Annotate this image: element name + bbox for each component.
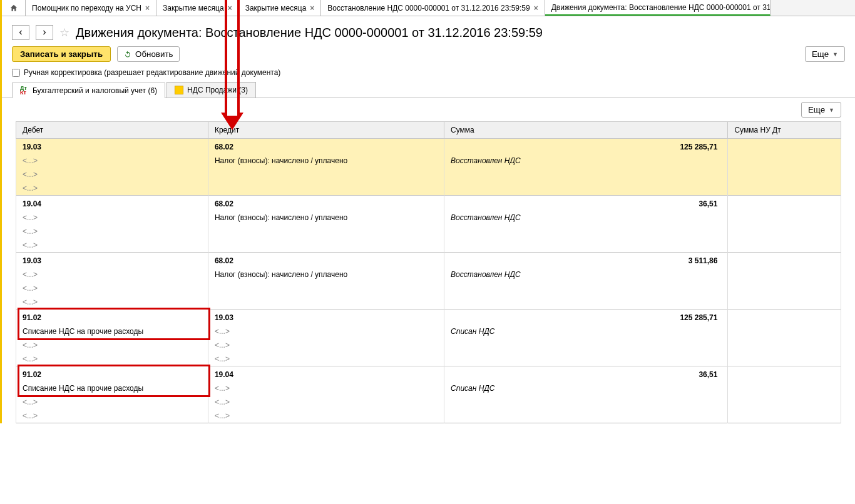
credit-placeholder: <...>: [215, 411, 230, 420]
close-icon[interactable]: ×: [228, 4, 232, 13]
posting-account-row[interactable]: 19.0368.02125 285,71: [16, 139, 841, 154]
posting-detail-row[interactable]: Списание НДС на прочие расходы<...>Списа…: [16, 381, 841, 395]
debit-placeholder: <...>: [23, 241, 38, 249]
credit-placeholder: <...>: [215, 398, 230, 406]
debit-account: 19.03: [16, 253, 208, 268]
sum-nu-dt: [728, 196, 841, 211]
credit-placeholder: <...>: [215, 384, 230, 393]
sum-detail: Восстановлен НДС: [444, 211, 728, 224]
posting-detail-row[interactable]: Списание НДС на прочие расходы<...>Списа…: [16, 325, 841, 338]
tab-month-close-1[interactable]: Закрытие месяца ×: [156, 0, 239, 16]
nav-forward-button[interactable]: [36, 25, 53, 40]
credit-detail: Налог (взносы): начислено / уплачено: [215, 270, 347, 279]
posting-account-row[interactable]: 91.0219.0436,51: [16, 366, 841, 382]
col-sum[interactable]: Сумма: [444, 122, 728, 139]
debit-account: 19.03: [16, 139, 208, 154]
posting-subconto-row[interactable]: <...>: [16, 281, 841, 295]
posting-subconto-row[interactable]: <...><...>: [16, 352, 841, 366]
posting-subconto-row[interactable]: <...>: [16, 181, 841, 196]
subtab-vat-sales[interactable]: НДС Продажи (3): [166, 82, 256, 98]
debit-account: 91.02: [16, 310, 208, 325]
debit-detail: Списание НДС на прочие расходы: [23, 384, 143, 393]
toolbar: Записать и закрыть Обновить Еще ▼: [2, 46, 855, 68]
browser-tab-strip: Помощник по переходу на УСН × Закрытие м…: [2, 0, 855, 16]
refresh-button[interactable]: Обновить: [117, 46, 180, 62]
debit-placeholder: <...>: [23, 398, 38, 406]
credit-placeholder: <...>: [215, 355, 230, 363]
credit-account: 68.02: [208, 253, 444, 268]
posting-detail-row[interactable]: <...>Налог (взносы): начислено / уплачен…: [16, 154, 841, 168]
tab-label: Помощник по переходу на УСН: [32, 4, 141, 13]
tab-label: Закрытие месяца: [245, 4, 307, 13]
debit-placeholder: <...>: [23, 341, 38, 350]
title-bar: ☆ Движения документа: Восстановление НДС…: [2, 16, 855, 46]
sum-nu-dt: [728, 366, 841, 382]
manual-correction-label: Ручная корректировка (разрешает редактир…: [24, 68, 280, 77]
tab-month-close-2[interactable]: Закрытие месяца ×: [239, 0, 322, 16]
debit-placeholder: <...>: [23, 298, 38, 306]
debit-placeholder: <...>: [23, 411, 38, 420]
subtab-strip: ДтКт Бухгалтерский и налоговый учет (6) …: [2, 82, 855, 98]
more-button[interactable]: Еще ▼: [805, 46, 845, 62]
sum-nu-dt: [728, 139, 841, 154]
refresh-label: Обновить: [135, 49, 173, 59]
posting-account-row[interactable]: 19.0468.0236,51: [16, 196, 841, 211]
subtab-label: Бухгалтерский и налоговый учет (6): [33, 86, 157, 95]
debit-placeholder: <...>: [23, 355, 38, 363]
sum-value: 36,51: [444, 196, 728, 211]
posting-account-row[interactable]: 19.0368.023 511,86: [16, 253, 841, 268]
tab-usn-assistant[interactable]: Помощник по переходу на УСН ×: [26, 0, 156, 16]
posting-subconto-row[interactable]: <...>: [16, 295, 841, 310]
close-icon[interactable]: ×: [145, 4, 150, 13]
posting-detail-row[interactable]: <...>Налог (взносы): начислено / уплачен…: [16, 268, 841, 281]
credit-detail: Налог (взносы): начислено / уплачено: [215, 213, 347, 222]
close-icon[interactable]: ×: [534, 4, 538, 13]
dt-kt-icon: ДтКт: [20, 86, 29, 95]
arrow-right-icon: [41, 29, 48, 36]
col-credit[interactable]: Кредит: [208, 122, 444, 139]
favorite-star-icon[interactable]: ☆: [59, 26, 69, 39]
credit-detail: Налог (взносы): начислено / уплачено: [215, 156, 347, 165]
tab-document-movements[interactable]: Движения документа: Восстановление НДС 0…: [545, 0, 771, 16]
credit-placeholder: <...>: [215, 327, 230, 336]
posting-subconto-row[interactable]: <...><...>: [16, 338, 841, 352]
debit-placeholder: <...>: [23, 213, 38, 222]
col-debit[interactable]: Дебет: [16, 122, 208, 139]
tab-label: Восстановление НДС 0000-000001 от 31.12.…: [327, 4, 530, 13]
tab-label: Движения документа: Восстановление НДС 0…: [551, 3, 771, 12]
sum-nu-dt: [728, 253, 841, 268]
debit-placeholder: <...>: [23, 227, 38, 236]
debit-detail: Списание НДС на прочие расходы: [23, 327, 143, 336]
sum-detail: Списан НДС: [444, 325, 728, 338]
tab-label: Закрытие месяца: [163, 4, 224, 13]
save-and-close-button[interactable]: Записать и закрыть: [12, 46, 111, 62]
posting-subconto-row[interactable]: <...><...>: [16, 395, 841, 409]
col-sum-nu-dt[interactable]: Сумма НУ Дт: [728, 122, 841, 139]
manual-correction-checkbox[interactable]: [12, 69, 20, 77]
credit-account: 19.04: [208, 366, 444, 382]
chevron-down-icon: ▼: [829, 107, 834, 113]
home-tab[interactable]: [2, 0, 26, 16]
posting-subconto-row[interactable]: <...>: [16, 238, 841, 253]
sum-detail: Восстановлен НДС: [444, 154, 728, 168]
posting-subconto-row[interactable]: <...>: [16, 168, 841, 181]
close-icon[interactable]: ×: [310, 4, 314, 13]
subtab-accounting[interactable]: ДтКт Бухгалтерский и налоговый учет (6): [12, 83, 165, 98]
credit-placeholder: <...>: [215, 341, 230, 350]
credit-account: 68.02: [208, 139, 444, 154]
posting-subconto-row[interactable]: <...>: [16, 224, 841, 238]
arrow-left-icon: [17, 29, 24, 36]
tab-vat-restore[interactable]: Восстановление НДС 0000-000001 от 31.12.…: [321, 0, 545, 16]
debit-account: 19.04: [16, 196, 208, 211]
debit-placeholder: <...>: [23, 184, 38, 193]
table-more-button[interactable]: Еще ▼: [801, 102, 841, 118]
postings-table: Дебет Кредит Сумма Сумма НУ Дт 19.0368.0…: [16, 121, 841, 423]
sum-detail: Восстановлен НДС: [444, 268, 728, 281]
nav-back-button[interactable]: [12, 25, 29, 40]
posting-subconto-row[interactable]: <...><...>: [16, 409, 841, 423]
posting-detail-row[interactable]: <...>Налог (взносы): начислено / уплачен…: [16, 211, 841, 224]
home-icon: [9, 4, 18, 13]
debit-placeholder: <...>: [23, 284, 38, 293]
sum-value: 125 285,71: [444, 310, 728, 325]
posting-account-row[interactable]: 91.0219.03125 285,71: [16, 310, 841, 325]
